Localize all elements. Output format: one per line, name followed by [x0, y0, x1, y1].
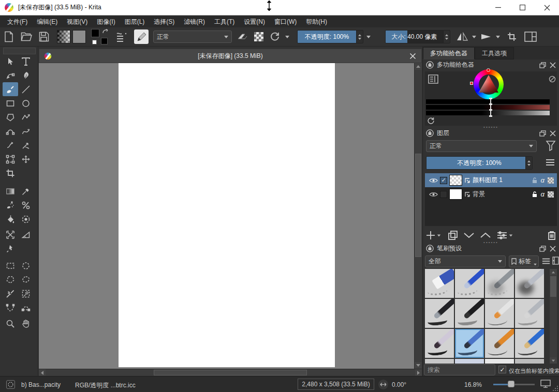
float-docker-icon[interactable] [539, 62, 546, 68]
tool-ellipse[interactable] [18, 96, 34, 110]
menu-4[interactable]: 图层(L) [120, 18, 150, 26]
no-color-icon[interactable] [549, 76, 556, 83]
search-in-tag-checkbox[interactable]: ✓ [498, 366, 506, 373]
horizontal-scroll-thumb[interactable] [154, 370, 307, 375]
zoom-slider-knob[interactable] [508, 381, 514, 387]
tool-color-sampler[interactable] [18, 184, 34, 198]
brush-search-input[interactable]: 搜索 [424, 364, 495, 375]
brush-preset-partial-1[interactable] [425, 359, 454, 364]
toolbox-drag-handle[interactable] [3, 48, 36, 54]
float-docker-icon[interactable] [539, 246, 546, 252]
color-bar-2[interactable] [426, 105, 550, 110]
layer-row-background[interactable]: 背景 α [425, 187, 557, 201]
layer-lock-icon[interactable] [532, 177, 538, 184]
layer-row-paint[interactable]: ✓ 颜料图层 1 α [425, 173, 557, 187]
move-layer-down-button[interactable] [464, 232, 474, 238]
layer-opacity-slider[interactable]: 不透明度: 100% [426, 156, 533, 170]
tool-zoom[interactable] [3, 316, 18, 330]
lock-docker-icon[interactable] [426, 61, 434, 69]
tool-pan[interactable] [18, 316, 34, 330]
layer-filter-icon[interactable] [546, 140, 556, 152]
new-document-button[interactable] [0, 29, 18, 44]
zoom-fit-icon[interactable] [540, 380, 551, 388]
horizontal-scrollbar[interactable] [39, 369, 422, 376]
layer-thumbnail[interactable] [449, 175, 462, 186]
brush-grid-scrollbar[interactable] [550, 269, 557, 364]
layer-checkbox[interactable]: ✓ [440, 177, 447, 184]
visibility-icon[interactable] [429, 191, 438, 198]
brush-preset-fineliner[interactable] [485, 299, 514, 328]
brush-preset-marker-blue[interactable] [455, 269, 484, 298]
add-layer-dropdown[interactable] [437, 234, 440, 236]
tool-assistants[interactable] [3, 228, 18, 242]
brush-scroll-thumb[interactable] [550, 276, 556, 297]
brush-preset-ink-pen-rough[interactable] [425, 299, 454, 328]
layer-options-icon[interactable] [546, 159, 555, 166]
delete-layer-button[interactable] [548, 231, 556, 240]
save-button[interactable] [35, 29, 53, 44]
reload-dropdown[interactable] [283, 29, 292, 44]
scroll-right-button[interactable] [415, 369, 422, 376]
foreground-color[interactable] [91, 29, 99, 37]
tool-text[interactable] [18, 54, 34, 68]
trim-button[interactable] [504, 29, 520, 44]
vertical-scrollbar[interactable] [414, 63, 422, 369]
tool-color-select[interactable] [18, 287, 34, 300]
selector-reset-icon[interactable] [427, 117, 435, 125]
brush-preset-eraser-soft[interactable] [485, 269, 514, 298]
close-docker-icon[interactable] [550, 246, 556, 252]
canvas-area[interactable] [39, 63, 414, 369]
mirror-vertical-dropdown[interactable] [494, 29, 502, 44]
color-bar-1[interactable] [426, 99, 550, 104]
brush-presets-popup-button[interactable] [113, 29, 131, 44]
close-docker-icon[interactable] [550, 130, 556, 137]
canvas-page[interactable] [119, 63, 335, 367]
brush-filter-dropdown[interactable]: 全部 [425, 255, 506, 267]
status-rotation[interactable]: 0.00° [392, 381, 406, 388]
layer-properties-button[interactable] [497, 231, 507, 239]
tool-rect-select[interactable] [3, 259, 18, 273]
background-color[interactable] [101, 38, 108, 44]
menu-7[interactable]: 工具(T) [210, 18, 239, 26]
eraser-mode-button[interactable] [234, 29, 251, 44]
size-spinbox[interactable]: 大小: 40.00 像素 [385, 30, 450, 43]
brush-preset-paintbrush-dark[interactable] [425, 329, 454, 358]
workspace-chooser-button[interactable] [522, 29, 539, 44]
tool-crop[interactable] [3, 166, 18, 180]
lock-docker-icon[interactable] [426, 245, 434, 252]
vertical-scroll-thumb[interactable] [415, 154, 421, 257]
brush-storage-icon[interactable] [552, 256, 559, 265]
layer-opacity-spinner[interactable] [525, 157, 532, 169]
gradient-swatch[interactable] [57, 30, 70, 43]
mirror-vertical-button[interactable] [478, 29, 494, 44]
color-selector-body[interactable] [425, 71, 557, 126]
layer-alpha-icon[interactable]: α [541, 176, 545, 184]
tool-freehand-select[interactable] [18, 273, 34, 287]
tool-reference-images[interactable] [3, 242, 18, 255]
tool-gradient[interactable] [3, 184, 18, 198]
inherit-alpha-icon[interactable] [548, 177, 554, 184]
tool-calligraphy[interactable] [18, 68, 34, 82]
brush-preset-partial-2[interactable] [455, 359, 484, 364]
selector-settings-icon[interactable] [428, 74, 438, 84]
rotation-icon[interactable] [378, 380, 388, 389]
tool-polyline[interactable] [18, 110, 34, 124]
menu-1[interactable]: 编辑(E) [32, 18, 62, 26]
layer-lock-icon[interactable] [532, 191, 538, 198]
tool-smart-patch[interactable] [18, 198, 34, 212]
tool-move[interactable] [18, 152, 34, 166]
move-layer-up-button[interactable] [480, 232, 491, 238]
brush-preset-pencil-blue[interactable] [515, 329, 544, 358]
fg-bg-colors[interactable] [91, 29, 110, 44]
tool-magnetic-select[interactable] [3, 300, 18, 314]
layer-blend-mode-dropdown[interactable]: 正常 [426, 140, 537, 152]
tool-select-shapes[interactable] [3, 54, 18, 68]
brush-preset-partial-3[interactable] [485, 359, 514, 364]
menu-6[interactable]: 滤镜(R) [179, 18, 210, 26]
blend-mode-dropdown[interactable]: 正常 [153, 31, 232, 43]
color-bar-3[interactable] [426, 111, 550, 115]
tool-line[interactable] [18, 82, 34, 96]
brush-preset-paintbrush-wet-blue[interactable] [455, 329, 484, 358]
tool-bezier-select[interactable] [18, 300, 34, 314]
minimize-button[interactable] [486, 0, 510, 15]
